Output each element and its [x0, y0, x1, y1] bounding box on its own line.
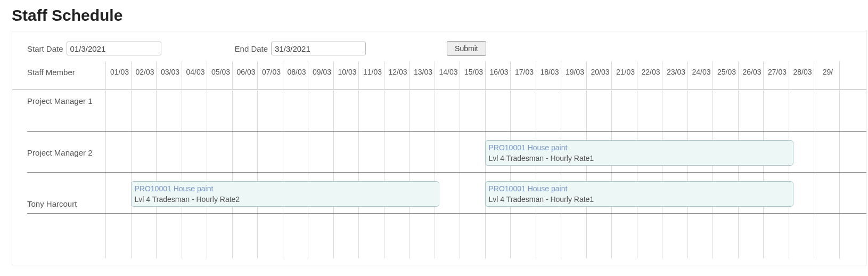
grid-vline [257, 61, 258, 258]
date-header: 13/03 [411, 68, 436, 76]
grid-vline [308, 61, 308, 258]
date-header: 06/03 [234, 68, 259, 76]
date-header: 02/03 [133, 68, 158, 76]
date-header: 07/03 [259, 68, 284, 76]
page-title: Staff Schedule [12, 6, 868, 25]
date-header: 09/03 [309, 68, 334, 76]
grid-vline [460, 61, 460, 258]
date-header: 21/03 [613, 68, 638, 76]
grid-vline [182, 61, 182, 258]
start-date-input[interactable] [67, 42, 161, 55]
grid-vline [839, 61, 840, 258]
grid-vline [384, 61, 384, 258]
submit-button[interactable]: Submit [447, 41, 486, 56]
date-header: 23/03 [664, 68, 689, 76]
date-header: 04/03 [183, 68, 208, 76]
grid-vline [207, 61, 207, 258]
start-date-label: Start Date [27, 44, 63, 53]
assignment-project-link[interactable]: PRO10001 House paint [489, 142, 790, 153]
assignment-project-link[interactable]: PRO10001 House paint [489, 183, 790, 194]
staff-member-header: Staff Member [27, 68, 75, 77]
date-header: 10/03 [335, 68, 360, 76]
grid-vline [283, 61, 283, 258]
grid-vline [156, 61, 157, 258]
assignment-block[interactable]: PRO10001 House paintLvl 4 Tradesman - Ho… [485, 181, 794, 207]
date-header: 03/03 [158, 68, 183, 76]
assignment-block[interactable]: PRO10001 House paintLvl 4 Tradesman - Ho… [131, 181, 440, 207]
staff-row-label: Project Manager 2 [27, 148, 93, 157]
end-date-label: End Date [235, 44, 268, 53]
staff-row-label: Tony Harcourt [27, 199, 77, 208]
date-header: 15/03 [461, 68, 486, 76]
grid-vline [435, 61, 435, 258]
date-header: 27/03 [765, 68, 790, 76]
grid-vline [105, 61, 106, 258]
date-header: 25/03 [714, 68, 739, 76]
schedule-grid: Staff Member 01/0302/0303/0304/0305/0306… [12, 61, 866, 258]
row-divider [27, 131, 866, 132]
row-divider [27, 213, 866, 214]
assignment-rate: Lvl 4 Tradesman - Hourly Rate1 [489, 153, 790, 164]
date-header: 01/03 [107, 68, 132, 76]
grid-vline [333, 61, 334, 258]
assignment-rate: Lvl 4 Tradesman - Hourly Rate1 [489, 194, 790, 205]
end-date-input[interactable] [271, 42, 366, 55]
date-header: 14/03 [436, 68, 461, 76]
assignment-block[interactable]: PRO10001 House paintLvl 4 Tradesman - Ho… [485, 140, 794, 166]
date-header: 20/03 [588, 68, 613, 76]
date-header: 24/03 [689, 68, 714, 76]
date-header: 26/03 [740, 68, 765, 76]
date-header: 12/03 [386, 68, 411, 76]
schedule-panel: Start Date End Date Submit Staff Member … [12, 31, 867, 265]
date-header: 22/03 [638, 68, 664, 76]
date-header: 28/03 [790, 68, 815, 76]
date-header: 05/03 [208, 68, 233, 76]
grid-vline [131, 61, 132, 258]
row-divider [27, 172, 866, 173]
date-header: 16/03 [487, 68, 512, 76]
date-header: 11/03 [360, 68, 385, 76]
grid-vline [814, 61, 814, 258]
filter-bar: Start Date End Date Submit [12, 31, 866, 61]
staff-row-label: Project Manager 1 [27, 96, 93, 105]
date-header: 08/03 [284, 68, 309, 76]
grid-vline [409, 61, 410, 258]
date-header: 29/ [815, 68, 840, 76]
date-header: 19/03 [562, 68, 587, 76]
assignment-project-link[interactable]: PRO10001 House paint [135, 183, 436, 194]
grid-vline [358, 61, 359, 258]
date-header: 18/03 [537, 68, 562, 76]
date-header: 17/03 [512, 68, 537, 76]
assignment-rate: Lvl 4 Tradesman - Hourly Rate2 [135, 194, 436, 205]
grid-vline [232, 61, 233, 258]
